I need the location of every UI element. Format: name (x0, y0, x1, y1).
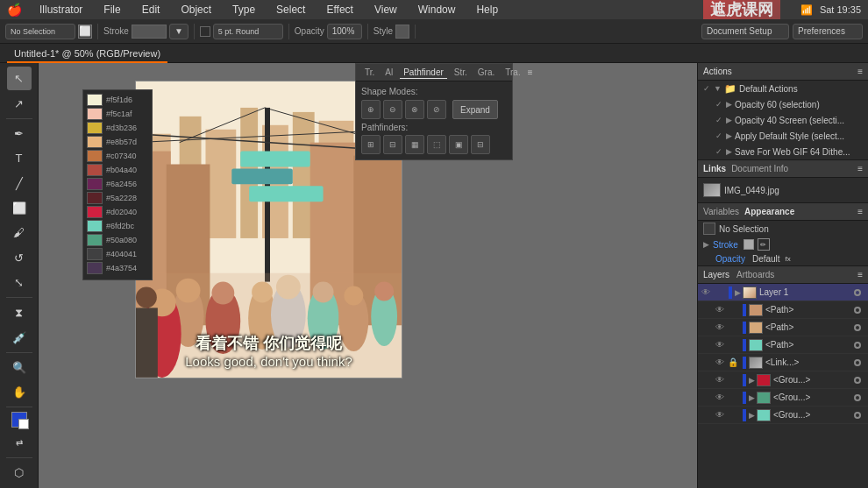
swatch-4a3754[interactable] (87, 262, 103, 274)
type-tool[interactable]: T (7, 146, 32, 170)
layers-options-btn[interactable]: ≡ (857, 270, 863, 279)
ptab-tr[interactable]: Tr. (361, 67, 378, 79)
unite-icon[interactable]: ⊕ (361, 100, 381, 119)
ptab-pathfinder[interactable]: Pathfinder (400, 67, 447, 79)
crop-icon[interactable]: ⬚ (427, 135, 446, 154)
layer-eye-grp2[interactable]: 👁 (715, 393, 728, 402)
appearance-options-btn[interactable]: ≡ (857, 207, 863, 216)
apple-menu[interactable]: 🍎 (7, 3, 22, 17)
layer-eye-path2[interactable]: 👁 (715, 322, 728, 332)
menu-type[interactable]: Type (229, 4, 259, 16)
hand-tool[interactable]: ✋ (7, 380, 32, 404)
action-item-opacity60[interactable]: ✓ ▶ Opacity 60 (selection) (698, 96, 868, 112)
line-tool[interactable]: ╱ (7, 171, 32, 194)
link-item-1[interactable]: IMG_0449.jpg (703, 181, 863, 199)
actions-options-btn[interactable]: ≡ (857, 67, 863, 76)
swatch-e8b57d[interactable] (87, 136, 103, 148)
exclude-icon[interactable]: ⊘ (427, 100, 446, 119)
swatch-5a2228[interactable] (87, 192, 103, 204)
layer-target-link[interactable] (854, 359, 861, 366)
scale-tool[interactable]: ⤡ (7, 271, 32, 294)
swatch-d02040[interactable] (87, 206, 103, 218)
layer-item-group2[interactable]: 👁 ▶ <Grou...> (698, 389, 868, 407)
doc-info-tab[interactable]: Document Info (731, 164, 788, 173)
opacity-value[interactable]: 100% (327, 24, 362, 39)
menu-object[interactable]: Object (177, 4, 215, 16)
layer-target-grp1[interactable] (854, 377, 861, 384)
layer-expand-grp3[interactable]: ▶ (749, 411, 755, 420)
layer-eye-path3[interactable]: 👁 (715, 340, 728, 350)
preferences-button[interactable]: Preferences (793, 24, 863, 39)
action-item-apply-style[interactable]: ✓ ▶ Apply Default Style (select... (698, 128, 868, 144)
swatch-50a080[interactable] (87, 234, 103, 246)
links-tab[interactable]: Links (703, 164, 726, 173)
artboards-tab[interactable]: Artboards (736, 270, 774, 279)
appearance-tab[interactable]: Appearance (744, 207, 794, 216)
swap-colors[interactable]: ⇄ (7, 430, 32, 454)
layer-target-grp2[interactable] (854, 394, 861, 401)
menu-file[interactable]: File (100, 4, 124, 16)
variables-tab[interactable]: Variables (703, 207, 739, 216)
fill-swatch[interactable] (11, 412, 27, 428)
layer-expand-grp1[interactable]: ▶ (749, 376, 755, 385)
menu-view[interactable]: View (371, 4, 401, 16)
ptab-gra[interactable]: Gra. (474, 67, 498, 79)
pen-tool[interactable]: ✒ (7, 122, 32, 145)
expand-button[interactable]: Expand (452, 100, 498, 119)
links-options-btn[interactable]: ≡ (857, 164, 863, 173)
swatch-f5c1af[interactable] (87, 108, 103, 120)
layer-eye-grp1[interactable]: 👁 (715, 375, 728, 385)
weight-dropdown[interactable]: 5 pt. Round (213, 24, 283, 39)
layer-item-link[interactable]: 👁 🔒 <Link...> (698, 354, 868, 371)
action-item-save-web[interactable]: ✓ ▶ Save For Web GIF 64 Dithe... (698, 144, 868, 159)
direct-select-tool[interactable]: ↗ (7, 91, 32, 115)
layer-item-group1[interactable]: 👁 ▶ <Grou...> (698, 371, 868, 389)
trim-icon[interactable]: ⊟ (383, 135, 402, 154)
minus-back-icon[interactable]: ⊟ (471, 135, 490, 154)
layer-item-layer1[interactable]: 👁 ▶ Layer 1 (698, 284, 868, 301)
style-swatch[interactable] (395, 25, 409, 39)
layer-target-1[interactable] (854, 289, 861, 296)
layer-eye-link[interactable]: 👁 (715, 357, 728, 367)
swatch-404041[interactable] (87, 248, 103, 260)
layer-eye-path1[interactable]: 👁 (715, 305, 728, 315)
blend-tool[interactable]: ⧗ (7, 301, 32, 324)
no-selection-btn[interactable]: No Selection (5, 24, 75, 39)
swatch-f5f1d6[interactable] (87, 94, 103, 106)
layer-eye-1[interactable]: 👁 (701, 287, 714, 297)
paintbrush-tool[interactable]: 🖌 (7, 221, 32, 244)
layers-tab[interactable]: Layers (703, 270, 729, 279)
merge-icon[interactable]: ▦ (405, 135, 424, 154)
rotate-tool[interactable]: ↺ (7, 245, 32, 269)
layer-item-path3[interactable]: 👁 <Path> (698, 336, 868, 354)
zoom-tool[interactable]: 🔍 (7, 356, 32, 379)
ptab-tra[interactable]: Tra. (502, 67, 523, 79)
swatch-b04a40[interactable] (87, 164, 103, 176)
divide-icon[interactable]: ⊞ (361, 135, 381, 154)
intersect-icon[interactable]: ⊗ (405, 100, 424, 119)
menu-help[interactable]: Help (473, 4, 502, 16)
swatch-c07340[interactable] (87, 150, 103, 162)
rect-tool[interactable]: ⬜ (7, 196, 32, 220)
swatch-d3b236[interactable] (87, 122, 103, 134)
menu-window[interactable]: Window (415, 4, 459, 16)
menu-edit[interactable]: Edit (139, 4, 164, 16)
actions-tab-label[interactable]: Actions (703, 67, 732, 76)
layer-expand-grp2[interactable]: ▶ (749, 393, 755, 402)
action-item-default-actions[interactable]: ✓ ▼ 📁 Default Actions (698, 81, 868, 96)
layer-item-group3[interactable]: 👁 ▶ <Grou...> (698, 407, 868, 424)
menu-select[interactable]: Select (273, 4, 309, 16)
layer-target-grp3[interactable] (854, 412, 861, 419)
stroke-color[interactable] (132, 25, 167, 39)
menu-illustrator[interactable]: Illustrator (36, 4, 86, 16)
stroke-options[interactable]: ▼ (169, 24, 189, 39)
swatch-6a2456[interactable] (87, 178, 103, 190)
swatch-6fd2bc[interactable] (87, 220, 103, 232)
stroke-edit-btn[interactable]: ✏ (758, 238, 770, 251)
ptab-str[interactable]: Str. (451, 67, 471, 79)
layer-target-path2[interactable] (854, 324, 861, 331)
layer-expand-1[interactable]: ▶ (735, 288, 741, 297)
ptab-al[interactable]: Al (381, 67, 396, 79)
pathfinder-options-btn[interactable]: ≡ (528, 67, 533, 77)
outline-icon[interactable]: ▣ (449, 135, 468, 154)
